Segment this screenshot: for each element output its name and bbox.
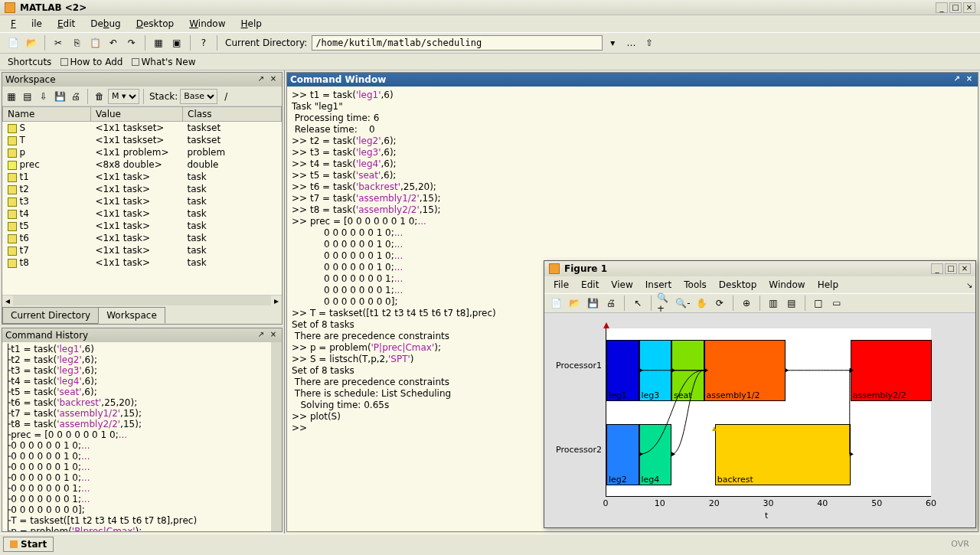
fig-rotate-icon[interactable]: ⟳ [711,295,728,312]
maximize-button[interactable]: □ [949,2,962,13]
workspace-table[interactable]: Name Value Class S<1x1 taskset>tasksetT<… [2,106,282,295]
tab-current-directory[interactable]: Current Directory [2,307,99,324]
workspace-row[interactable]: t4<1x1 task>task [3,207,282,220]
menu-desktop[interactable]: Desktop [129,17,182,31]
workspace-row[interactable]: t3<1x1 task>task [3,195,282,207]
workspace-row[interactable]: t6<1x1 task>task [3,232,282,244]
current-directory-input[interactable] [312,35,603,51]
fig-zoomin-icon[interactable]: 🔍+ [656,295,673,312]
redo-icon[interactable]: ↷ [123,34,140,51]
guide-icon[interactable]: ▣ [168,34,185,51]
menu-edit[interactable]: Edit [50,17,83,31]
fig-maximize-button[interactable]: □ [945,263,957,274]
fig-menu-file[interactable]: File [547,278,575,292]
history-line[interactable]: ├0 0 0 0 0 0 1 0;... [5,440,268,451]
ws-step-icon[interactable]: / [218,89,234,104]
menu-window[interactable]: Window [181,17,233,31]
figure-window[interactable]: Figure 1 _ □ × File Edit View Insert Too… [544,260,976,528]
history-line[interactable]: ├0 0 0 0 0 0 1 0;... [5,462,268,472]
ws-save-icon[interactable]: 💾 [52,89,67,104]
history-line[interactable]: ├0 0 0 0 0 0 0 1;... [5,494,268,504]
new-file-icon[interactable]: 📄 [5,34,21,51]
fig-menu-insert[interactable]: Insert [639,278,678,292]
cmd-history-header[interactable]: Command History ↗ × [2,328,282,342]
fig-legend-icon[interactable]: ▤ [783,295,800,312]
fig-hide-icon[interactable]: □ [810,295,827,312]
browse-dir-icon[interactable]: … [622,34,639,51]
workspace-row[interactable]: t7<1x1 task>task [3,244,282,256]
shortcut-howto[interactable]: How to Add [57,57,126,67]
fig-print-icon[interactable]: 🖨 [603,295,619,312]
dir-dropdown-icon[interactable]: ▾ [604,34,621,51]
fig-menu-tools[interactable]: Tools [678,278,713,292]
col-class[interactable]: Class [183,107,282,122]
cut-icon[interactable]: ✂ [50,34,67,51]
workspace-row[interactable]: t8<1x1 task>task [3,256,282,269]
fig-zoomout-icon[interactable]: 🔍- [675,295,691,312]
workspace-row[interactable]: prec<8x8 double>double [3,158,282,171]
close-button[interactable]: × [963,2,975,13]
figure-canvas[interactable]: Processor1 Processor2 leg1leg3seatassemb… [544,313,975,527]
fig-dock-icon[interactable]: ↘ [960,279,972,290]
history-line[interactable]: ├t6 = task('backrest',25,20); [5,397,268,408]
history-line[interactable]: ├T = taskset([t1 t2 t3 t4 t5 t6 t7 t8],p… [5,515,268,526]
history-line[interactable]: ├t3 = task('leg3',6); [5,365,268,376]
fig-minimize-button[interactable]: _ [931,263,943,274]
ws-delete-icon[interactable]: 🗑 [92,89,107,104]
workspace-row[interactable]: t1<1x1 task>task [3,171,282,183]
up-dir-icon[interactable]: ⇧ [641,34,658,51]
workspace-row[interactable]: p<1x1 problem>problem [3,146,282,158]
tab-workspace[interactable]: Workspace [98,307,165,324]
history-line[interactable]: ├t2 = task('leg2',6); [5,354,268,365]
simulink-icon[interactable]: ▦ [150,34,167,51]
col-value[interactable]: Value [91,107,183,122]
workspace-row[interactable]: t2<1x1 task>task [3,183,282,195]
undo-icon[interactable]: ↶ [105,34,122,51]
undock-icon[interactable]: ↗ [256,330,266,341]
undock-icon[interactable]: ↗ [952,74,962,85]
fig-menu-help[interactable]: Help [812,278,844,292]
cmd-history-content[interactable]: ├t1 = task('leg1',6)├t2 = task('leg2',6)… [2,342,271,531]
menu-file[interactable]: File [3,17,50,31]
workspace-hscroll[interactable]: ◂ ▸ [2,295,282,305]
cmd-history-vscroll[interactable] [271,342,282,531]
paste-icon[interactable]: 📋 [87,34,103,51]
col-name[interactable]: Name [3,107,91,122]
undock-icon[interactable]: ↗ [256,74,266,85]
fig-new-icon[interactable]: 📄 [547,295,564,312]
ws-plot-select[interactable]: M ▾ [108,89,139,104]
open-file-icon[interactable]: 📂 [23,34,40,51]
fig-menu-edit[interactable]: Edit [575,278,605,292]
history-line[interactable]: ├t5 = task('seat',6); [5,387,268,397]
history-line[interactable]: ├t4 = task('leg4',6); [5,376,268,387]
menu-help[interactable]: Help [234,17,270,31]
cmd-window-header[interactable]: Command Window ↗ × [287,73,978,87]
fig-pan-icon[interactable]: ✋ [693,295,710,312]
help-icon[interactable]: ? [195,34,212,51]
menu-debug[interactable]: Debug [83,17,128,31]
fig-close-button[interactable]: × [959,263,971,274]
fig-menu-window[interactable]: Window [763,278,811,292]
history-line[interactable]: ├t8 = task('assembly2/2',15); [5,419,268,429]
stack-select[interactable]: Base [180,89,217,104]
fig-save-icon[interactable]: 💾 [584,295,601,312]
panel-close-icon[interactable]: × [268,330,279,341]
panel-close-icon[interactable]: × [268,74,279,85]
workspace-row[interactable]: S<1x1 taskset>taskset [3,122,282,135]
ws-new-icon[interactable]: ▦ [4,89,19,104]
history-line[interactable]: ├0 0 0 0 0 0 1 0;... [5,472,268,483]
panel-close-icon[interactable]: × [964,74,975,85]
fig-colorbar-icon[interactable]: ▥ [765,295,782,312]
ws-print-icon[interactable]: 🖨 [68,89,83,104]
workspace-header[interactable]: Workspace ↗ × [2,73,282,87]
fig-show-icon[interactable]: ▭ [828,295,845,312]
fig-pointer-icon[interactable]: ↖ [629,295,646,312]
history-line[interactable]: ├t1 = task('leg1',6) [5,344,268,354]
workspace-row[interactable]: T<1x1 taskset>taskset [3,134,282,146]
ws-open-icon[interactable]: ▤ [20,89,35,104]
fig-menu-view[interactable]: View [605,278,639,292]
fig-open-icon[interactable]: 📂 [566,295,583,312]
copy-icon[interactable]: ⎘ [68,34,85,51]
minimize-button[interactable]: _ [936,2,948,13]
history-line[interactable]: ├t7 = task('assembly1/2',15); [5,408,268,419]
